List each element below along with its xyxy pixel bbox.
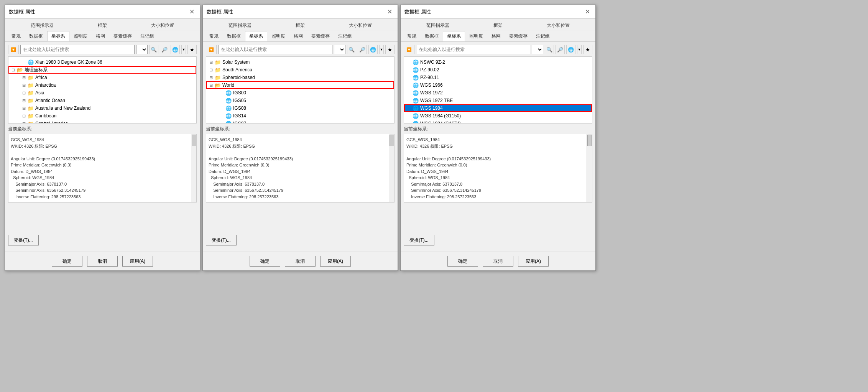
tab-要素缓存[interactable]: 要素缓存 (307, 31, 334, 41)
tab-框架[interactable]: 框架 (488, 20, 508, 31)
tab-数据框[interactable]: 数据框 (25, 31, 47, 41)
globe-button[interactable]: 🌐 (566, 45, 575, 54)
close-button[interactable]: ✕ (188, 8, 196, 15)
tab-数据框[interactable]: 数据框 (223, 31, 245, 41)
tab-照明度[interactable]: 照明度 (465, 31, 487, 41)
close-button[interactable]: ✕ (386, 8, 394, 15)
apply-button[interactable]: 应用(A) (122, 256, 153, 267)
search-input[interactable] (416, 45, 530, 54)
apply-button[interactable]: 应用(A) (518, 256, 549, 267)
search-input[interactable] (218, 45, 332, 54)
tree-item[interactable]: 🌐IGS14 (206, 112, 394, 120)
coordinate-system-tree[interactable]: 🌐Xian 1980 3 Degree GK Zone 36⊟📂地理坐标系⊞📁A… (8, 56, 197, 124)
tree-item[interactable]: 🌐IGS97 (206, 120, 394, 124)
tree-item[interactable]: ⊞📁Spheroid-based (206, 74, 394, 81)
cs-scrollbar[interactable] (389, 134, 394, 202)
tree-item[interactable]: 🌐IGS00 (206, 89, 394, 97)
tab-范围指示器[interactable]: 范围指示器 (421, 20, 454, 31)
tree-toggle-icon[interactable]: ⊞ (22, 91, 28, 96)
tab-常规[interactable]: 常规 (205, 31, 223, 41)
tree-item[interactable]: ⊞📁Asia (8, 89, 196, 97)
tab-框架[interactable]: 框架 (291, 20, 310, 31)
tree-item[interactable]: ⊞📁Solar System (206, 58, 394, 66)
search-extra-button[interactable]: 🔎 (160, 45, 169, 54)
favorite-button[interactable]: ★ (385, 45, 395, 54)
tab-注记组[interactable]: 注记组 (532, 31, 554, 41)
transform-button[interactable]: 变换(T)... (8, 235, 39, 245)
coordinate-system-tree[interactable]: ⊞📁Solar System⊞📁South America⊞📁Spheroid-… (206, 56, 395, 124)
tree-item[interactable]: ⊞📁Australia and New Zealand (8, 104, 196, 112)
search-extra-button[interactable]: 🔎 (556, 45, 565, 54)
tab-常规[interactable]: 常规 (7, 31, 25, 41)
coordinate-system-tree[interactable]: 🌐NSWC 9Z-2🌐PZ-90.02🌐PZ-90.11🌐WGS 1966🌐WG… (404, 56, 592, 124)
tree-item[interactable]: 🌐WGS 1984 (404, 104, 592, 112)
tree-item[interactable]: 🌐WGS 1972 TBE (404, 97, 592, 104)
tree-item[interactable]: 🌐PZ-90.02 (404, 66, 592, 74)
filter-button[interactable]: 🔽 (404, 45, 414, 54)
tree-toggle-icon[interactable]: ⊞ (22, 106, 28, 111)
tree-item[interactable]: 🌐WGS 1966 (404, 81, 592, 89)
cancel-button[interactable]: 取消 (285, 256, 316, 267)
tree-toggle-icon[interactable]: ⊞ (209, 60, 215, 65)
tree-item[interactable]: 🌐IGS08 (206, 104, 394, 112)
tab-范围指示器[interactable]: 范围指示器 (26, 20, 59, 31)
tab-格网[interactable]: 格网 (487, 31, 505, 41)
tab-大小和位置[interactable]: 大小和位置 (146, 20, 179, 31)
close-button[interactable]: ✕ (584, 8, 592, 15)
tab-常规[interactable]: 常规 (403, 31, 421, 41)
tab-格网[interactable]: 格网 (92, 31, 109, 41)
tab-范围指示器[interactable]: 范围指示器 (224, 20, 256, 31)
tab-要素缓存[interactable]: 要素缓存 (109, 31, 136, 41)
tree-item[interactable]: 🌐IGS05 (206, 97, 394, 104)
tree-item[interactable]: ⊞📁Caribbean (8, 112, 196, 120)
tree-item[interactable]: 🌐Xian 1980 3 Degree GK Zone 36 (8, 58, 196, 66)
cs-scrollbar[interactable] (587, 134, 592, 202)
transform-button[interactable]: 变换(T)... (404, 235, 434, 245)
globe-button[interactable]: 🌐 (368, 45, 378, 54)
search-button[interactable]: 🔍 (149, 45, 158, 54)
search-button[interactable]: 🔍 (347, 45, 356, 54)
tab-大小和位置[interactable]: 大小和位置 (542, 20, 575, 31)
globe-dropdown-button[interactable]: ▼ (379, 45, 384, 54)
apply-button[interactable]: 应用(A) (320, 256, 351, 267)
tab-注记组[interactable]: 注记组 (334, 31, 356, 41)
search-type-dropdown[interactable] (136, 45, 148, 54)
tree-toggle-icon[interactable]: ⊞ (22, 121, 28, 124)
tree-item[interactable]: 🌐WGS 1972 (404, 89, 592, 97)
tree-item[interactable]: 🌐PZ-90.11 (404, 74, 592, 81)
globe-dropdown-button[interactable]: ▼ (577, 45, 582, 54)
globe-button[interactable]: 🌐 (171, 45, 180, 54)
tab-数据框[interactable]: 数据框 (421, 31, 443, 41)
favorite-button[interactable]: ★ (187, 45, 197, 54)
tab-要素缓存[interactable]: 要素缓存 (505, 31, 532, 41)
tab-坐标系[interactable]: 坐标系 (245, 31, 267, 41)
filter-button[interactable]: 🔽 (8, 45, 19, 54)
transform-button[interactable]: 变换(T)... (206, 235, 237, 245)
search-type-dropdown[interactable] (532, 45, 543, 54)
filter-button[interactable]: 🔽 (206, 45, 217, 54)
tree-item[interactable]: ⊞📁South America (206, 66, 394, 74)
tree-item[interactable]: 🌐WGS 1984 (G1150) (404, 112, 592, 120)
tree-toggle-icon[interactable]: ⊞ (209, 75, 215, 80)
tree-toggle-icon[interactable]: ⊞ (22, 98, 28, 103)
tab-框架[interactable]: 框架 (93, 20, 112, 31)
tab-坐标系[interactable]: 坐标系 (47, 31, 69, 41)
search-extra-button[interactable]: 🔎 (358, 45, 367, 54)
tree-item[interactable]: ⊞📁Atlantic Ocean (8, 97, 196, 104)
tree-item[interactable]: ⊞📁Antarctica (8, 81, 196, 89)
tab-照明度[interactable]: 照明度 (267, 31, 289, 41)
tab-注记组[interactable]: 注记组 (136, 31, 158, 41)
tree-toggle-icon[interactable]: ⊟ (209, 83, 215, 88)
ok-button[interactable]: 确定 (447, 256, 478, 267)
tree-item[interactable]: ⊟📂World (206, 81, 394, 89)
tab-坐标系[interactable]: 坐标系 (443, 31, 465, 41)
tree-item[interactable]: 🌐WGS 1984 (G1674) (404, 120, 592, 124)
search-button[interactable]: 🔍 (545, 45, 554, 54)
tree-toggle-icon[interactable]: ⊞ (22, 83, 28, 88)
cancel-button[interactable]: 取消 (483, 256, 513, 267)
globe-dropdown-button[interactable]: ▼ (181, 45, 186, 54)
tree-item[interactable]: ⊟📂地理坐标系 (8, 66, 196, 74)
tree-toggle-icon[interactable]: ⊞ (22, 75, 28, 80)
tree-toggle-icon[interactable]: ⊞ (22, 114, 28, 119)
favorite-button[interactable]: ★ (583, 45, 592, 54)
